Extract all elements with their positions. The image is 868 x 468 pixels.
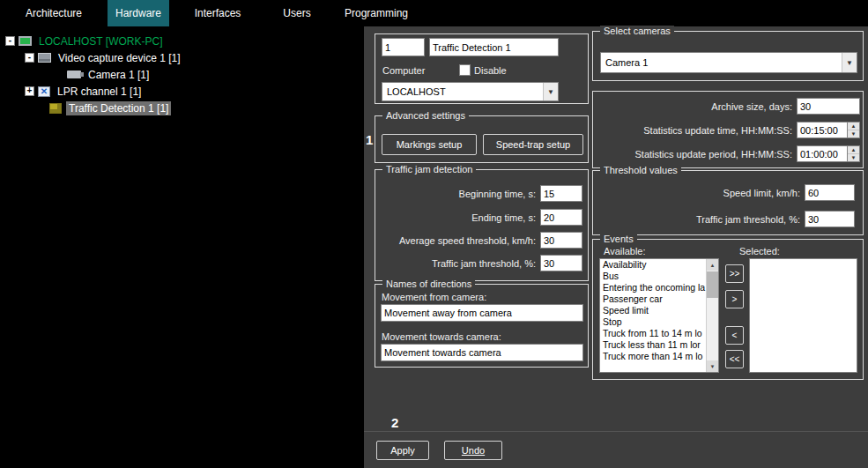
- object-name-input[interactable]: [429, 38, 559, 56]
- events-group: Events Available: Selected: Availability…: [592, 239, 864, 380]
- undo-button[interactable]: Undo: [444, 441, 502, 460]
- statistics-update-period-label: Statistics update period, HH:MM:SS:: [634, 149, 792, 160]
- available-label: Available:: [604, 246, 646, 256]
- statistics-update-period-input[interactable]: [797, 145, 848, 162]
- move-all-left-button[interactable]: <<: [725, 350, 744, 368]
- select-cameras-group: Select cameras Camera 1 ▼: [592, 31, 864, 81]
- settings-panel: Computer Disable LOCALHOST ▼ 1 Advanced …: [364, 26, 868, 468]
- movement-towards-camera-label: Movement towards camera:: [382, 331, 501, 342]
- traffic-jam-threshold-input[interactable]: [540, 255, 582, 271]
- selected-events-list[interactable]: [749, 258, 857, 373]
- stepper-down-icon[interactable]: ▼: [848, 154, 859, 161]
- group-title: Threshold values: [600, 165, 681, 175]
- traffic-jam-detection-group: Traffic jam detection Beginning time, s:…: [375, 169, 589, 281]
- computer-select-value: LOCALHOST: [382, 86, 543, 97]
- tab-programming[interactable]: Programming: [328, 0, 425, 26]
- markings-setup-button[interactable]: Markings setup: [382, 134, 477, 155]
- collapse-icon[interactable]: -: [25, 53, 34, 63]
- threshold-values-group: Threshold values Speed limit, km/h: Traf…: [592, 170, 864, 235]
- list-item[interactable]: Truck more than 14 m lo: [600, 351, 706, 362]
- scroll-down-icon[interactable]: ▼: [707, 360, 718, 372]
- speed-limit-input[interactable]: [805, 184, 855, 201]
- tree-item-video-capture-device[interactable]: - Video capture device 1 [1]: [0, 49, 364, 66]
- tree-item-label: LOCALHOST [WORK-PC]: [36, 34, 165, 48]
- group-title: Traffic jam detection: [382, 164, 476, 175]
- field-row: Statistics update period, HH:MM:SS: ▲ ▼: [600, 145, 860, 162]
- apply-button[interactable]: Apply: [376, 441, 429, 460]
- chevron-down-icon[interactable]: ▼: [543, 83, 558, 100]
- tree-item-traffic-detection[interactable]: Traffic Detection 1 [1]: [0, 100, 364, 116]
- camera-select[interactable]: Camera 1 ▼: [600, 52, 857, 73]
- movement-from-camera-label: Movement from camera:: [382, 292, 486, 302]
- ending-time-label: Ending time, s:: [471, 212, 536, 223]
- computer-select[interactable]: LOCALHOST ▼: [382, 82, 559, 101]
- field-row: Traffic jam threshold, %:: [381, 255, 582, 271]
- tree-item-localhost[interactable]: - LOCALHOST [WORK-PC]: [0, 33, 364, 49]
- computer-label: Computer: [382, 65, 425, 76]
- available-events-list[interactable]: Availability Bus Entering the oncoming l…: [599, 258, 719, 373]
- list-item[interactable]: Truck less than 11 m lor: [600, 339, 706, 351]
- object-id-input[interactable]: [382, 38, 425, 56]
- ending-time-input[interactable]: [540, 209, 582, 226]
- list-item[interactable]: Truck from 11 to 14 m lo: [600, 328, 706, 339]
- stepper-up-icon[interactable]: ▲: [848, 146, 859, 154]
- scrollbar-thumb[interactable]: [707, 271, 718, 298]
- chevron-down-icon[interactable]: ▼: [842, 53, 857, 72]
- movement-from-camera-input[interactable]: [381, 304, 583, 322]
- statistics-update-time-stepper: ▲ ▼: [797, 122, 860, 138]
- list-item[interactable]: Stop: [600, 316, 706, 328]
- tab-interfaces[interactable]: Interfaces: [169, 0, 266, 26]
- tab-hardware[interactable]: Hardware: [108, 0, 169, 26]
- move-all-right-button[interactable]: >>: [725, 264, 744, 283]
- scroll-up-icon[interactable]: ▲: [707, 259, 718, 271]
- identity-group: Computer Disable LOCALHOST ▼: [375, 33, 589, 104]
- list-item[interactable]: Availability: [600, 259, 706, 271]
- annotation-marker-1: 1: [366, 132, 373, 147]
- move-left-button[interactable]: <: [725, 326, 744, 345]
- tree-item-camera[interactable]: Camera 1 [1]: [0, 66, 364, 83]
- statistics-update-time-label: Statistics update time, HH:MM:SS:: [643, 125, 792, 136]
- field-row: Beginning time, s:: [381, 185, 582, 202]
- statistics-update-time-input[interactable]: [797, 122, 848, 138]
- statistics-update-period-stepper: ▲ ▼: [797, 145, 860, 162]
- tab-users[interactable]: Users: [266, 0, 328, 26]
- speed-trap-setup-button[interactable]: Speed-trap setup: [483, 134, 583, 155]
- lpr-channel-icon: [38, 86, 50, 97]
- advanced-settings-group: Advanced settings Markings setup Speed-t…: [375, 115, 589, 163]
- field-row: Average speed threshold, km/h:: [381, 232, 582, 249]
- list-item[interactable]: Bus: [600, 271, 706, 282]
- disable-label: Disable: [474, 65, 507, 76]
- list-item[interactable]: Speed limit: [600, 305, 706, 316]
- top-nav: Architecture Hardware Interfaces Users P…: [0, 0, 868, 26]
- traffic-detection-icon: [49, 103, 62, 114]
- expand-icon[interactable]: +: [25, 86, 34, 96]
- list-item[interactable]: Passenger car: [600, 293, 706, 305]
- move-right-button[interactable]: >: [725, 290, 744, 308]
- movement-towards-camera-input[interactable]: [381, 344, 583, 361]
- stepper-up-icon[interactable]: ▲: [848, 123, 859, 130]
- field-row: Speed limit, km/h:: [600, 184, 855, 201]
- archive-size-label: Archive size, days:: [711, 101, 792, 112]
- group-title: Advanced settings: [382, 110, 469, 121]
- stepper-arrows: ▲ ▼: [848, 122, 860, 138]
- footer-divider: [364, 431, 868, 432]
- list-items: Availability Bus Entering the oncoming l…: [600, 259, 706, 372]
- group-title: Events: [600, 234, 637, 244]
- collapse-icon[interactable]: -: [5, 36, 15, 46]
- tree-item-lpr-channel[interactable]: + LPR channel 1 [1]: [0, 83, 364, 100]
- scrollbar[interactable]: ▲ ▼: [706, 259, 718, 372]
- traffic-jam-threshold-percent-input[interactable]: [805, 211, 855, 227]
- capture-device-icon: [38, 53, 51, 63]
- app-window: Architecture Hardware Interfaces Users P…: [0, 0, 868, 468]
- average-speed-threshold-input[interactable]: [540, 232, 582, 249]
- tab-architecture[interactable]: Architecture: [0, 0, 108, 26]
- disable-checkbox[interactable]: [459, 64, 471, 76]
- archive-size-input[interactable]: [797, 98, 860, 115]
- stepper-down-icon[interactable]: ▼: [848, 130, 859, 137]
- selected-label: Selected:: [739, 246, 780, 256]
- list-item[interactable]: Entering the oncoming la: [600, 282, 706, 293]
- stepper-arrows: ▲ ▼: [848, 145, 860, 162]
- tree-item-label: Traffic Detection 1 [1]: [66, 101, 171, 115]
- beginning-time-input[interactable]: [540, 185, 582, 202]
- camera-select-value: Camera 1: [601, 57, 842, 68]
